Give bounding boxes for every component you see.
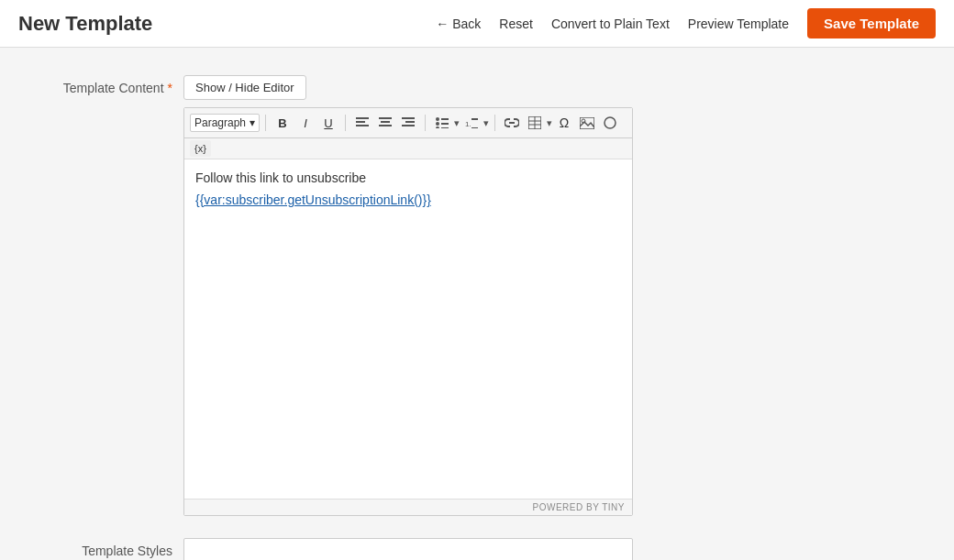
- bullet-list-button[interactable]: [431, 112, 453, 134]
- template-styles-label: Template Styles: [37, 538, 183, 558]
- editor-toolbar: Paragraph ▾ B I U: [184, 108, 632, 138]
- svg-rect-6: [379, 125, 392, 126]
- save-template-button[interactable]: Save Template: [807, 8, 936, 38]
- show-hide-editor-button[interactable]: Show / Hide Editor: [183, 75, 306, 100]
- convert-to-plain-text-link[interactable]: Convert to Plain Text: [551, 16, 670, 31]
- header-actions: ← Back Reset Convert to Plain Text Previ…: [436, 8, 936, 38]
- editor-container: Paragraph ▾ B I U: [183, 107, 633, 516]
- required-indicator: *: [168, 81, 172, 95]
- toolbar-separator-3: [425, 115, 426, 131]
- align-right-button[interactable]: [397, 112, 419, 134]
- svg-rect-1: [356, 121, 365, 123]
- table-dropdown[interactable]: ▾: [547, 117, 552, 129]
- align-group: [351, 112, 419, 134]
- template-styles-textarea[interactable]: [183, 538, 633, 560]
- template-styles-field: G: [183, 538, 917, 560]
- insert-group: ▾ Ω: [501, 112, 621, 134]
- svg-rect-4: [379, 117, 392, 119]
- svg-rect-5: [381, 121, 390, 123]
- toolbar-separator-1: [265, 115, 266, 131]
- image-button[interactable]: [576, 112, 598, 134]
- editor-text-line: Follow this link to unsubscribe: [195, 170, 621, 185]
- preview-template-link[interactable]: Preview Template: [688, 16, 789, 31]
- svg-rect-10: [402, 125, 415, 126]
- svg-rect-17: [441, 127, 449, 128]
- bold-button[interactable]: B: [272, 112, 294, 134]
- chevron-down-icon: ▾: [250, 116, 255, 129]
- svg-point-29: [605, 117, 616, 128]
- back-link[interactable]: ← Back: [436, 16, 481, 31]
- align-center-button[interactable]: [374, 112, 396, 134]
- embed-button[interactable]: [599, 112, 621, 134]
- svg-rect-8: [402, 117, 415, 119]
- header: New Template ← Back Reset Convert to Pla…: [0, 0, 954, 48]
- svg-rect-0: [356, 117, 369, 119]
- svg-point-12: [436, 117, 439, 121]
- template-content-label: Template Content*: [37, 75, 183, 95]
- numbered-list-dropdown[interactable]: ▾: [483, 117, 489, 129]
- svg-point-14: [436, 122, 439, 126]
- styles-wrapper: G: [183, 538, 633, 560]
- svg-rect-15: [441, 123, 449, 125]
- svg-rect-2: [356, 125, 369, 126]
- paragraph-select[interactable]: Paragraph ▾: [190, 114, 260, 132]
- variable-button[interactable]: {x}: [190, 140, 211, 157]
- align-left-button[interactable]: [351, 112, 373, 134]
- svg-rect-13: [441, 118, 449, 120]
- list-group: ▾ 1.2. ▾: [431, 112, 489, 134]
- underline-button[interactable]: U: [317, 112, 339, 134]
- unsubscribe-link[interactable]: {{var:subscriber.getUnsubscriptionLink()…: [195, 192, 431, 207]
- svg-point-16: [436, 126, 439, 128]
- text-format-group: B I U: [272, 112, 339, 134]
- paragraph-selector-group: Paragraph ▾: [190, 114, 260, 132]
- svg-rect-19: [471, 118, 478, 120]
- editor-footer: POWERED BY TINY: [184, 499, 632, 515]
- svg-rect-9: [405, 121, 415, 123]
- page-title: New Template: [18, 12, 152, 36]
- svg-rect-21: [471, 127, 478, 128]
- editor-content[interactable]: Follow this link to unsubscribe {{var:su…: [184, 159, 632, 499]
- italic-button[interactable]: I: [294, 112, 316, 134]
- bullet-list-dropdown[interactable]: ▾: [454, 117, 460, 129]
- table-button[interactable]: [524, 112, 546, 134]
- link-button[interactable]: [501, 112, 523, 134]
- template-styles-row: Template Styles G: [37, 538, 917, 560]
- svg-text:1.: 1.: [465, 120, 471, 128]
- main-content: Template Content* Show / Hide Editor Par…: [0, 48, 954, 560]
- numbered-list-button[interactable]: 1.2.: [460, 112, 483, 134]
- template-content-row: Template Content* Show / Hide Editor Par…: [37, 75, 917, 516]
- svg-rect-27: [580, 117, 594, 129]
- template-content-field: Show / Hide Editor Paragraph ▾ B I: [183, 75, 917, 516]
- toolbar-separator-4: [494, 115, 495, 131]
- editor-toolbar-2: {x}: [184, 138, 632, 159]
- reset-link[interactable]: Reset: [499, 16, 533, 31]
- omega-button[interactable]: Ω: [553, 112, 575, 134]
- toolbar-separator-2: [345, 115, 346, 131]
